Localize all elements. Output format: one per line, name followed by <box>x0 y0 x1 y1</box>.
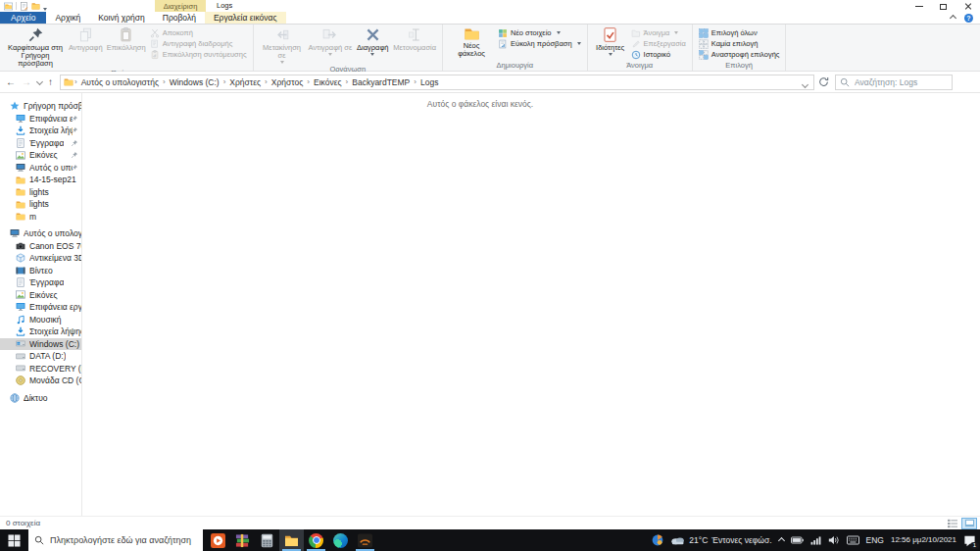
sidebar-item[interactable]: Έγγραφα <box>0 137 81 150</box>
tab-home[interactable]: Αρχική <box>46 12 89 24</box>
quick-access-toolbar[interactable] <box>4 0 47 12</box>
tab-picture-tools[interactable]: Εργαλεία εικόνας <box>205 12 286 24</box>
up-button[interactable]: ↑ <box>48 77 53 87</box>
delete-button[interactable]: Διαγραφή <box>354 25 391 57</box>
refresh-button[interactable] <box>814 75 832 90</box>
volume-button[interactable] <box>828 535 840 545</box>
properties-dropdown-icon <box>609 53 612 56</box>
pin-marker-icon <box>71 115 78 125</box>
select-none-button[interactable]: Καμία επιλογή <box>697 38 782 49</box>
paste-button[interactable]: Επικόλληση <box>105 25 148 53</box>
breadcrumb-segment[interactable]: BackyardTEMP <box>349 77 413 87</box>
breadcrumb-segment[interactable]: Logs <box>417 77 441 87</box>
tab-file[interactable]: Αρχείο <box>0 12 46 24</box>
sidebar-item[interactable]: Βίντεο <box>0 265 81 277</box>
copy-button[interactable]: Αντιγραφή <box>67 25 105 53</box>
taskbar-app-edge[interactable] <box>328 529 353 551</box>
move-to-dropdown-icon <box>280 61 284 64</box>
clock[interactable]: 12:56 μμ2/10/2021 <box>891 535 956 545</box>
sidebar-section-header[interactable]: Δίκτυο <box>0 392 81 405</box>
properties-button[interactable]: Ιδιότητες <box>592 25 629 57</box>
keyboard-button[interactable] <box>847 535 859 545</box>
weather-widget[interactable]: 21°CΈντονες νεφώσ. <box>670 535 771 545</box>
taskbar-app-file-explorer[interactable] <box>279 529 304 551</box>
tab-view[interactable]: Προβολή <box>154 12 205 24</box>
select-all-button[interactable]: Επιλογή όλων <box>697 27 782 38</box>
breadcrumb-segment[interactable]: Χρήστος <box>269 77 307 87</box>
search-input[interactable] <box>853 76 948 88</box>
folder-icon[interactable] <box>31 2 40 10</box>
tab-share[interactable]: Κοινή χρήση <box>89 12 154 24</box>
tray-update-button[interactable] <box>652 534 663 546</box>
new-item-icon <box>498 28 508 38</box>
taskbar-app-chrome[interactable] <box>304 529 328 551</box>
sidebar-item[interactable]: Μονάδα CD (G:) <box>0 375 81 387</box>
taskbar-app-winrar[interactable] <box>230 529 255 551</box>
breadcrumb[interactable]: ›Αυτός ο υπολογιστής›Windows (C:)›Χρήστε… <box>60 75 814 90</box>
new-item-button[interactable]: Νέο στοιχείο <box>496 27 583 38</box>
sidebar-item[interactable]: Στοιχεία λήψης <box>0 125 81 137</box>
history-button[interactable]: Ιστορικό <box>629 49 688 60</box>
rename-button[interactable]: Μετονομασία <box>391 25 438 53</box>
sidebar-item[interactable]: Στοιχεία λήψης <box>0 326 81 338</box>
taskbar-search-input[interactable] <box>48 534 197 546</box>
recent-locations-chevron[interactable] <box>36 78 43 85</box>
copy-path-button[interactable]: Αντιγραφή διαδρομής <box>148 38 249 49</box>
pin-button[interactable]: Καρφίτσωμα στη Γρήγορη πρόσβαση <box>4 25 67 69</box>
start-button[interactable] <box>0 529 28 551</box>
sidebar-item-label: 14-15-sep21 <box>29 175 76 184</box>
sidebar-item-label: Επιφάνεια εργασίας <box>29 114 73 124</box>
collapse-ribbon-icon[interactable] <box>950 14 956 21</box>
taskbar-app-calculator[interactable] <box>255 529 279 551</box>
action-center-button[interactable]: 1 <box>963 534 976 547</box>
qat-properties-icon[interactable] <box>20 2 28 11</box>
paste-shortcut-button[interactable]: Επικόλληση συντόμευσης <box>148 49 249 60</box>
copy-to-button[interactable]: Αντιγραφή σε <box>307 25 355 57</box>
new-folder-button[interactable]: Νέος φάκελος <box>447 25 496 59</box>
breadcrumb-segment[interactable]: Αυτός ο υπολογιστής <box>78 77 162 87</box>
explorer-search[interactable] <box>835 75 953 90</box>
signal-button[interactable] <box>810 536 821 545</box>
sidebar-item[interactable]: Windows (C:) <box>0 338 81 351</box>
edit-button[interactable]: Επεξεργασία <box>629 38 688 49</box>
move-to-button[interactable]: Μετακίνηση σε <box>258 25 307 65</box>
breadcrumb-dropdown-icon[interactable] <box>803 74 810 91</box>
taskbar-app-media-player[interactable] <box>206 529 230 551</box>
breadcrumb-segment[interactable]: Windows (C:) <box>167 77 222 87</box>
breadcrumb-segment[interactable]: Εικόνες <box>311 77 345 87</box>
cut-button[interactable]: Αποκοπή <box>148 27 249 38</box>
breadcrumb-segment[interactable]: Χρήστες <box>226 77 264 87</box>
forward-button[interactable]: → <box>22 77 31 87</box>
titlebar: Διαχείριση Logs <box>0 0 980 12</box>
sidebar-item[interactable]: Επιφάνεια εργασίας <box>0 301 81 314</box>
open-button[interactable]: Άνοιγμα <box>629 27 688 38</box>
sidebar-item[interactable]: Μουσική <box>0 314 81 326</box>
battery-button[interactable] <box>791 536 804 544</box>
taskbar-search[interactable] <box>28 529 203 551</box>
sidebar-item[interactable]: Canon EOS 70D <box>0 240 81 253</box>
sidebar-item[interactable]: m <box>0 211 81 224</box>
sidebar-item[interactable]: lights <box>0 198 81 211</box>
view-details-button[interactable] <box>945 518 960 529</box>
sidebar-item[interactable]: 14-15-sep21 <box>0 174 81 186</box>
sidebar-item[interactable]: Εικόνες <box>0 289 81 302</box>
back-button[interactable]: ← <box>6 77 16 87</box>
sidebar-item[interactable]: Αυτός ο υπολογιστής <box>0 162 81 175</box>
sidebar-section-header[interactable]: Αυτός ο υπολογιστής <box>0 227 81 240</box>
sidebar-section-header[interactable]: Γρήγορη πρόσβαση <box>0 100 81 113</box>
sidebar-item[interactable]: DATA (D:) <box>0 350 81 363</box>
sidebar-item[interactable]: Επιφάνεια εργασίας <box>0 113 81 125</box>
sidebar-item[interactable]: RECOVERY (E:) <box>0 363 81 376</box>
easy-access-button[interactable]: Εύκολη πρόσβαση <box>496 38 583 49</box>
invert-selection-button[interactable]: Αναστροφή επιλογής <box>697 49 782 60</box>
view-large-icons-button[interactable] <box>961 518 977 529</box>
new-item-button-label: Νέο στοιχείο <box>511 28 551 37</box>
language-indicator[interactable]: ENG <box>866 535 884 545</box>
sidebar-item[interactable]: Εικόνες <box>0 149 81 162</box>
sidebar-item[interactable]: Έγγραφα <box>0 276 81 289</box>
help-icon[interactable]: ? <box>964 14 973 23</box>
sidebar-item[interactable]: Αντικείμενα 3D <box>0 252 81 265</box>
taskbar-app-backyard-app[interactable] <box>353 529 377 551</box>
hidden-icons-chevron[interactable] <box>779 538 784 543</box>
sidebar-item[interactable]: lights <box>0 186 81 199</box>
